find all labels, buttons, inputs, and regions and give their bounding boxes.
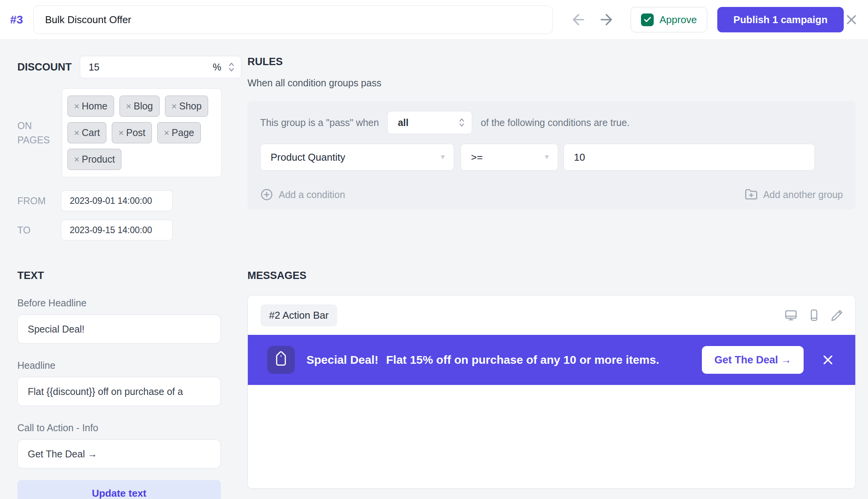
- add-condition-link[interactable]: Add a condition: [260, 188, 345, 201]
- action-bar-headline: Flat 15% off on purchase of any 10 or mo…: [386, 353, 659, 366]
- group-mode-suffix: of the following conditions are true.: [481, 117, 629, 128]
- page-tag-label: Home: [82, 101, 108, 112]
- discount-section-title: DISCOUNT: [17, 61, 80, 73]
- condition-operator-value: >=: [471, 151, 483, 163]
- rules-section-title: RULES: [247, 56, 856, 67]
- arrow-right-icon[interactable]: [597, 11, 615, 29]
- page-tag[interactable]: ×Home: [67, 96, 114, 117]
- discount-value-input[interactable]: [83, 62, 213, 73]
- headline-input[interactable]: [17, 377, 221, 406]
- discount-stepper-icon[interactable]: [227, 61, 236, 73]
- to-date-row: TO: [17, 220, 222, 240]
- page-tag-label: Blog: [134, 101, 153, 112]
- on-pages-row: ON PAGES ×Home ×Blog ×Shop ×Cart ×Post ×…: [17, 88, 222, 177]
- page-tag-label: Product: [82, 154, 115, 165]
- condition-operator-select[interactable]: >= ▼: [461, 144, 558, 171]
- publish-campaign-button[interactable]: Publish 1 campaign: [717, 7, 844, 32]
- add-condition-label: Add a condition: [279, 189, 345, 200]
- message-card: #2 Action Bar: [247, 295, 856, 489]
- mobile-preview-icon[interactable]: [807, 309, 821, 322]
- remove-tag-icon[interactable]: ×: [74, 128, 79, 138]
- history-nav: [570, 11, 615, 29]
- mode-stepper-icon: [458, 117, 466, 128]
- headline-label: Headline: [17, 360, 222, 371]
- plus-circle-icon: [260, 188, 273, 201]
- message-card-header: #2 Action Bar: [248, 296, 855, 335]
- approve-checkbox-icon[interactable]: [641, 13, 654, 26]
- update-text-button[interactable]: Update text: [17, 480, 221, 499]
- discount-input-box: %: [80, 56, 241, 78]
- message-badge: #2 Action Bar: [261, 304, 337, 326]
- page-tag[interactable]: ×Blog: [119, 96, 160, 117]
- action-bar-close-icon[interactable]: [821, 353, 835, 367]
- pages-multiselect[interactable]: ×Home ×Blog ×Shop ×Cart ×Post ×Page ×Pro…: [62, 88, 222, 177]
- remove-tag-icon[interactable]: ×: [74, 102, 79, 111]
- editor-body: DISCOUNT % ON PAGES ×Home ×Blog ×Shop ×C…: [0, 40, 868, 499]
- action-bar-cta-button[interactable]: Get The Deal →: [702, 346, 804, 374]
- close-icon[interactable]: [844, 12, 859, 27]
- from-date-row: FROM: [17, 190, 222, 211]
- remove-tag-icon[interactable]: ×: [126, 102, 131, 111]
- dropdown-caret-icon: ▼: [439, 153, 446, 161]
- edit-pencil-icon[interactable]: [831, 309, 844, 322]
- page-tag[interactable]: ×Page: [157, 122, 200, 143]
- condition-field-select[interactable]: Product Quantity ▼: [260, 144, 454, 171]
- dropdown-caret-icon: ▼: [543, 153, 550, 161]
- from-label: FROM: [17, 194, 61, 208]
- arrow-left-icon[interactable]: [570, 11, 587, 29]
- remove-tag-icon[interactable]: ×: [74, 155, 79, 164]
- to-label: TO: [17, 223, 61, 237]
- group-mode-prefix: This group is a "pass" when: [260, 117, 379, 128]
- remove-tag-icon[interactable]: ×: [118, 128, 124, 138]
- discount-row: DISCOUNT %: [17, 56, 222, 78]
- text-section-title: TEXT: [17, 270, 222, 281]
- group-mode-row: This group is a "pass" when all of the f…: [260, 111, 843, 134]
- cta-label: Call to Action - Info: [17, 422, 222, 433]
- page-tag[interactable]: ×Product: [67, 149, 121, 170]
- approve-label: Approve: [659, 14, 697, 26]
- preview-controls: [784, 309, 844, 322]
- remove-tag-icon[interactable]: ×: [172, 102, 177, 111]
- before-headline-input[interactable]: [17, 314, 221, 344]
- action-bar-preview: Special Deal! Flat 15% off on purchase o…: [248, 335, 855, 385]
- discount-unit: %: [213, 62, 221, 73]
- approve-button[interactable]: Approve: [631, 7, 707, 32]
- campaign-editor: #3 Approve Publish 1 campaign DISCOUNT: [0, 0, 868, 499]
- condition-row: Product Quantity ▼ >= ▼: [260, 144, 843, 171]
- group-mode-value: all: [398, 117, 458, 128]
- page-tag[interactable]: ×Cart: [67, 122, 106, 143]
- page-tag-label: Cart: [82, 127, 100, 138]
- group-actions-row: Add a condition Add another group: [260, 188, 843, 202]
- rules-subtitle: When all condition groups pass: [247, 77, 856, 89]
- condition-value-input[interactable]: [564, 144, 815, 171]
- page-tag[interactable]: ×Shop: [165, 96, 208, 117]
- cta-input[interactable]: [17, 439, 221, 469]
- settings-column: DISCOUNT % ON PAGES ×Home ×Blog ×Shop ×C…: [17, 56, 222, 499]
- to-date-input[interactable]: [61, 220, 173, 240]
- rules-messages-column: RULES When all condition groups pass Thi…: [247, 56, 856, 499]
- before-headline-label: Before Headline: [17, 297, 222, 309]
- tag-badge: [267, 346, 295, 374]
- page-tag-label: Page: [172, 127, 194, 138]
- top-bar: #3 Approve Publish 1 campaign: [0, 0, 868, 40]
- tag-icon: [273, 351, 290, 369]
- from-date-input[interactable]: [61, 190, 173, 211]
- add-group-label: Add another group: [763, 189, 843, 200]
- campaign-name-input[interactable]: [33, 5, 553, 34]
- message-card-body: [248, 385, 855, 488]
- messages-section-title: MESSAGES: [247, 270, 856, 281]
- condition-group: This group is a "pass" when all of the f…: [247, 101, 856, 210]
- page-tag[interactable]: ×Post: [112, 122, 152, 143]
- campaign-number: #3: [5, 13, 28, 26]
- page-tag-label: Shop: [179, 101, 202, 112]
- page-tag-label: Post: [126, 127, 145, 138]
- action-bar-before-headline: Special Deal!: [306, 353, 378, 366]
- desktop-preview-icon[interactable]: [784, 309, 797, 322]
- on-pages-label: ON PAGES: [17, 119, 62, 147]
- folder-plus-icon: [745, 188, 758, 201]
- add-group-link[interactable]: Add another group: [745, 188, 843, 201]
- condition-field-value: Product Quantity: [271, 151, 345, 163]
- remove-tag-icon[interactable]: ×: [164, 128, 169, 138]
- group-mode-select[interactable]: all: [387, 111, 472, 134]
